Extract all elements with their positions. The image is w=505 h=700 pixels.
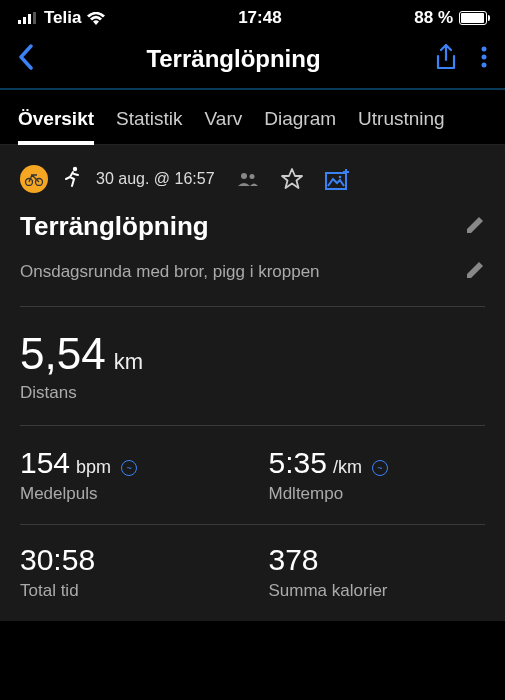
hr-value: 154 — [20, 446, 70, 480]
hr-label: Medelpuls — [20, 484, 237, 504]
page-title: Terränglöpning — [48, 45, 419, 73]
svg-rect-1 — [23, 17, 26, 24]
status-bar: Telia 17:48 88 % — [0, 0, 505, 32]
svg-rect-3 — [33, 12, 36, 24]
signal-icon — [18, 12, 38, 24]
wifi-icon — [87, 12, 105, 25]
svg-point-13 — [338, 176, 341, 179]
pace-stat: 5:35 /km ~ Mdltempo — [253, 446, 486, 525]
calories-value: 378 — [269, 543, 319, 577]
distance-stat: 5,54 km Distans — [20, 329, 485, 426]
chevron-left-icon — [18, 44, 34, 70]
activity-description-row: Onsdagsrunda med bror, pigg i kroppen — [20, 260, 485, 306]
status-time: 17:48 — [238, 8, 281, 28]
star-icon — [281, 168, 303, 190]
time-value: 30:58 — [20, 543, 95, 577]
running-icon — [62, 166, 82, 193]
tab-statistics[interactable]: Statistik — [116, 90, 183, 144]
calories-label: Summa kalorier — [269, 581, 486, 601]
distance-value: 5,54 — [20, 329, 106, 379]
svg-point-6 — [482, 63, 487, 68]
svg-rect-0 — [18, 20, 21, 24]
pace-unit: /km — [333, 457, 362, 478]
svg-point-10 — [241, 173, 247, 179]
battery-icon — [459, 11, 487, 25]
edit-title-button[interactable] — [465, 215, 485, 239]
tab-laps[interactable]: Varv — [205, 90, 243, 144]
people-icon[interactable] — [237, 171, 259, 187]
activity-description: Onsdagsrunda med bror, pigg i kroppen — [20, 262, 320, 282]
tab-gear[interactable]: Utrustning — [358, 90, 445, 144]
calories-stat: 378 Summa kalorier — [253, 543, 486, 621]
svg-point-9 — [73, 166, 77, 170]
distance-unit: km — [114, 349, 143, 375]
add-photo-button[interactable] — [325, 168, 351, 190]
activity-title: Terränglöpning — [20, 211, 209, 242]
pencil-icon — [465, 260, 485, 280]
svg-point-11 — [249, 174, 254, 179]
hr-info-icon[interactable]: ~ — [121, 460, 137, 476]
activity-meta-row: 30 aug. @ 16:57 — [20, 159, 485, 211]
svg-point-4 — [482, 47, 487, 52]
more-vertical-icon — [481, 46, 487, 68]
status-left: Telia — [18, 8, 105, 28]
pace-info-icon[interactable]: ~ — [372, 460, 388, 476]
battery-pct: 88 % — [414, 8, 453, 28]
pace-label: Mdltempo — [269, 484, 486, 504]
time-label: Total tid — [20, 581, 237, 601]
status-right: 88 % — [414, 8, 487, 28]
share-icon — [435, 44, 457, 70]
share-button[interactable] — [435, 44, 457, 74]
more-button[interactable] — [481, 46, 487, 72]
activity-content: 30 aug. @ 16:57 Terränglöpning Onsdagsru… — [0, 145, 505, 621]
activity-datetime: 30 aug. @ 16:57 — [96, 170, 215, 188]
tab-charts[interactable]: Diagram — [264, 90, 336, 144]
back-button[interactable] — [18, 44, 48, 74]
pencil-icon — [465, 215, 485, 235]
tabs: Översikt Statistik Varv Diagram Utrustni… — [0, 90, 505, 145]
distance-label: Distans — [20, 383, 485, 403]
pace-value: 5:35 — [269, 446, 327, 480]
divider — [20, 306, 485, 307]
hr-unit: bpm — [76, 457, 111, 478]
svg-point-5 — [482, 55, 487, 60]
nav-bar: Terränglöpning — [0, 32, 505, 88]
time-stat: 30:58 Total tid — [20, 543, 253, 621]
carrier-label: Telia — [44, 8, 81, 28]
tab-overview[interactable]: Översikt — [18, 90, 94, 144]
edit-description-button[interactable] — [465, 260, 485, 284]
hr-stat: 154 bpm ~ Medelpuls — [20, 446, 253, 525]
add-photo-icon — [325, 168, 351, 190]
activity-title-row: Terränglöpning — [20, 211, 485, 260]
favorite-button[interactable] — [281, 168, 303, 190]
svg-rect-2 — [28, 14, 31, 24]
bike-badge-icon — [20, 165, 48, 193]
stats-grid: 154 bpm ~ Medelpuls 5:35 /km ~ Mdltempo … — [20, 446, 485, 621]
